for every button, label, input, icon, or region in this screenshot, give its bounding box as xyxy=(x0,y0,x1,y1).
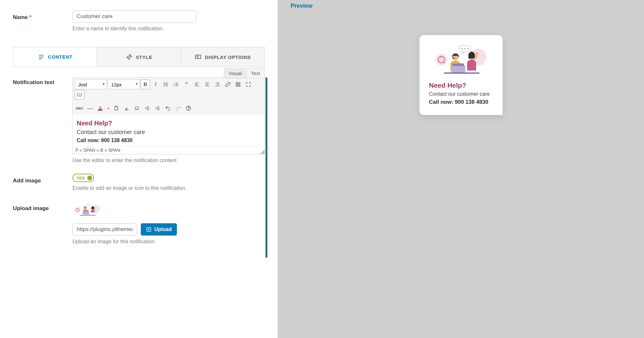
toggle-text: YES xyxy=(76,176,85,180)
name-field-body: Enter a name to identify this notificati… xyxy=(72,10,265,32)
upload-url-input[interactable] xyxy=(72,223,137,236)
add-image-label: Add image xyxy=(13,174,72,184)
svg-rect-27 xyxy=(236,82,240,84)
outdent-button[interactable] xyxy=(142,103,152,113)
support-illustration-large xyxy=(434,43,488,75)
content-icon xyxy=(38,53,45,61)
bullet-list-icon xyxy=(163,82,169,87)
section-tabs: CONTENT STYLE DISPLAY OPTIONS xyxy=(13,47,265,67)
scroll-indicator[interactable] xyxy=(265,77,267,258)
svg-rect-52 xyxy=(83,211,89,215)
special-char-button[interactable]: Ω xyxy=(132,103,142,113)
bullet-list-button[interactable] xyxy=(161,80,171,89)
svg-rect-53 xyxy=(83,210,89,211)
clear-formatting-button[interactable] xyxy=(122,103,131,113)
name-input[interactable] xyxy=(72,10,197,23)
tab-style-text: STYLE xyxy=(136,54,152,60)
name-label: Name * xyxy=(13,10,72,21)
align-center-button[interactable] xyxy=(202,80,212,89)
style-icon xyxy=(126,53,133,61)
toolbar-row-2: ABC — A ▾ xyxy=(73,101,264,115)
editor-label: Notification text xyxy=(13,77,72,86)
redo-icon xyxy=(175,105,181,111)
editor-heading-text: Need Help? xyxy=(77,120,261,127)
support-illustration-small xyxy=(72,201,101,219)
preview-subtext: Contact our customer care xyxy=(429,91,493,97)
align-left-button[interactable] xyxy=(192,80,202,89)
bold-button[interactable]: B xyxy=(140,80,150,89)
svg-point-66 xyxy=(452,58,454,59)
fullscreen-button[interactable] xyxy=(244,80,253,89)
align-right-icon xyxy=(215,82,220,87)
svg-point-7 xyxy=(164,84,165,85)
tab-content-text: CONTENT xyxy=(48,54,72,60)
readmore-button[interactable] xyxy=(233,80,243,89)
tab-display-options[interactable]: DISPLAY OPTIONS xyxy=(181,47,264,67)
svg-point-73 xyxy=(464,48,465,49)
tab-content[interactable]: CONTENT xyxy=(13,47,97,67)
display-options-icon xyxy=(195,53,202,61)
link-icon xyxy=(225,82,231,87)
editor-helper: Use the editor to enter the notification… xyxy=(72,158,265,163)
svg-point-6 xyxy=(164,83,165,83)
indent-button[interactable] xyxy=(153,103,162,113)
redo-button[interactable] xyxy=(173,103,183,113)
add-image-body: YES Enable to add an image or icon to th… xyxy=(72,174,265,191)
svg-rect-37 xyxy=(115,106,118,110)
link-button[interactable] xyxy=(223,80,233,89)
svg-rect-30 xyxy=(77,93,82,96)
svg-rect-29 xyxy=(236,85,240,86)
name-helper: Enter a name to identify this notificati… xyxy=(72,26,265,32)
editor-mode-text[interactable]: Text xyxy=(246,68,265,78)
editor-call-text: Call now: 900 138 4830 xyxy=(77,138,261,143)
svg-rect-3 xyxy=(196,55,201,59)
paste-text-button[interactable] xyxy=(111,103,121,113)
fontsize-select[interactable]: 12px xyxy=(108,80,140,89)
preview-panel: Preview xyxy=(278,0,644,338)
hr-button[interactable]: — xyxy=(85,103,95,113)
editor-resize-handle[interactable] xyxy=(260,150,264,154)
add-image-toggle[interactable]: YES xyxy=(72,174,94,182)
font-select[interactable]: Jost xyxy=(75,80,107,89)
help-button[interactable] xyxy=(184,103,193,113)
numbered-list-button[interactable]: 123 xyxy=(171,80,181,89)
app-root: Name * Enter a name to identify this not… xyxy=(0,0,644,338)
align-right-button[interactable] xyxy=(213,80,222,89)
editor-path-text: P » SPAN » B » SPAN xyxy=(75,148,120,153)
undo-button[interactable] xyxy=(163,103,173,113)
svg-point-8 xyxy=(164,86,165,86)
add-image-row: Add image YES Enable to add an image or … xyxy=(13,174,265,191)
svg-point-56 xyxy=(87,205,88,206)
clipboard-icon xyxy=(113,105,119,111)
editor-box: Jost 12px B I xyxy=(72,77,265,154)
eraser-icon xyxy=(124,105,130,111)
editor-mode-visual[interactable]: Visual xyxy=(224,68,246,78)
strikethrough-button[interactable]: ABC xyxy=(75,103,84,113)
upload-row: Upload image xyxy=(13,201,265,245)
align-left-icon xyxy=(194,82,200,87)
text-color-button[interactable]: A xyxy=(95,103,105,113)
text-color-dropdown[interactable]: ▾ xyxy=(106,103,111,113)
editor-section: Notification text Visual Text Jost xyxy=(13,77,265,163)
blockquote-button[interactable]: “ xyxy=(182,80,191,89)
tab-style[interactable]: STYLE xyxy=(97,47,181,67)
svg-point-72 xyxy=(461,48,462,49)
help-icon xyxy=(186,105,191,111)
required-mark: * xyxy=(29,14,32,20)
editor-mode-tabs: Visual Text xyxy=(224,68,265,78)
preview-calltext: Call now: 900 138 4830 xyxy=(429,99,493,105)
editor-path-bar: P » SPAN » B » SPAN xyxy=(73,146,264,154)
upload-button[interactable]: Upload xyxy=(141,223,177,236)
preview-card: Need Help? Contact our customer care Cal… xyxy=(419,35,503,115)
preview-title: Preview xyxy=(291,3,631,9)
outdent-icon xyxy=(144,105,150,111)
editor-canvas[interactable]: Need Help? Contact our customer care Cal… xyxy=(73,115,264,146)
preview-illustration xyxy=(429,43,493,75)
italic-button[interactable]: I xyxy=(151,80,160,89)
upload-helper: Upload an image for this notification. xyxy=(72,239,265,245)
svg-rect-68 xyxy=(452,63,464,66)
preview-heading: Need Help? xyxy=(429,82,493,89)
add-image-helper: Enable to add an image or icon to this n… xyxy=(72,185,265,191)
toolbar-toggle-button[interactable] xyxy=(75,90,84,100)
svg-point-46 xyxy=(188,109,189,110)
